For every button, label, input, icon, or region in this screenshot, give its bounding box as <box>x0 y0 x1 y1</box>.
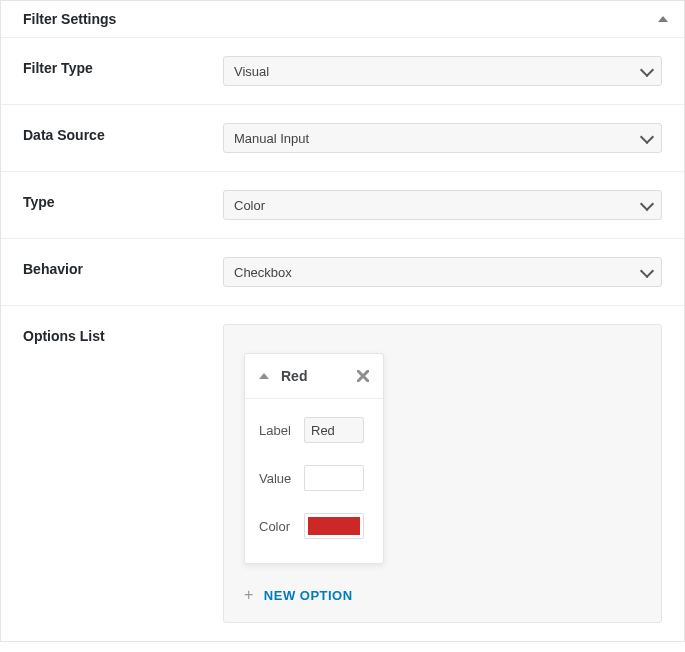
field-row-filter-type: Filter Type Visual <box>1 38 684 105</box>
field-label: Options List <box>23 324 223 344</box>
color-swatch <box>308 517 360 535</box>
behavior-select[interactable]: Checkbox <box>223 257 662 287</box>
plus-icon: + <box>244 586 254 604</box>
new-option-button[interactable]: + NEW OPTION <box>242 586 643 604</box>
field-label: Behavior <box>23 257 223 277</box>
close-icon[interactable] <box>357 370 369 382</box>
filter-settings-panel: Filter Settings Filter Type Visual Data … <box>0 0 685 642</box>
option-field-label-text: Value <box>259 471 304 486</box>
option-body: Label Value Color <box>245 399 383 563</box>
panel-header[interactable]: Filter Settings <box>1 1 684 38</box>
value-input[interactable] <box>304 465 364 491</box>
field-control: Color <box>223 190 662 220</box>
field-label: Data Source <box>23 123 223 143</box>
field-label: Type <box>23 190 223 210</box>
data-source-select[interactable]: Manual Input <box>223 123 662 153</box>
field-control: Red Label Value <box>223 324 662 623</box>
panel-title: Filter Settings <box>23 11 116 27</box>
option-field-label: Label <box>259 417 369 443</box>
field-label: Filter Type <box>23 56 223 76</box>
label-input[interactable] <box>304 417 364 443</box>
option-field-label-text: Label <box>259 423 304 438</box>
field-row-data-source: Data Source Manual Input <box>1 105 684 172</box>
filter-type-select[interactable]: Visual <box>223 56 662 86</box>
option-header: Red <box>245 354 383 399</box>
field-row-options-list: Options List Red Label <box>1 306 684 641</box>
option-title: Red <box>281 368 357 384</box>
new-option-label: NEW OPTION <box>264 588 353 603</box>
field-control: Checkbox <box>223 257 662 287</box>
collapse-icon[interactable] <box>658 16 668 22</box>
option-field-color: Color <box>259 513 369 539</box>
type-select[interactable]: Color <box>223 190 662 220</box>
field-control: Manual Input <box>223 123 662 153</box>
field-control: Visual <box>223 56 662 86</box>
field-row-type: Type Color <box>1 172 684 239</box>
option-card: Red Label Value <box>244 353 384 564</box>
color-picker[interactable] <box>304 513 364 539</box>
chevron-up-icon[interactable] <box>259 373 269 379</box>
options-box: Red Label Value <box>223 324 662 623</box>
field-row-behavior: Behavior Checkbox <box>1 239 684 306</box>
option-field-value: Value <box>259 465 369 491</box>
option-field-label-text: Color <box>259 519 304 534</box>
